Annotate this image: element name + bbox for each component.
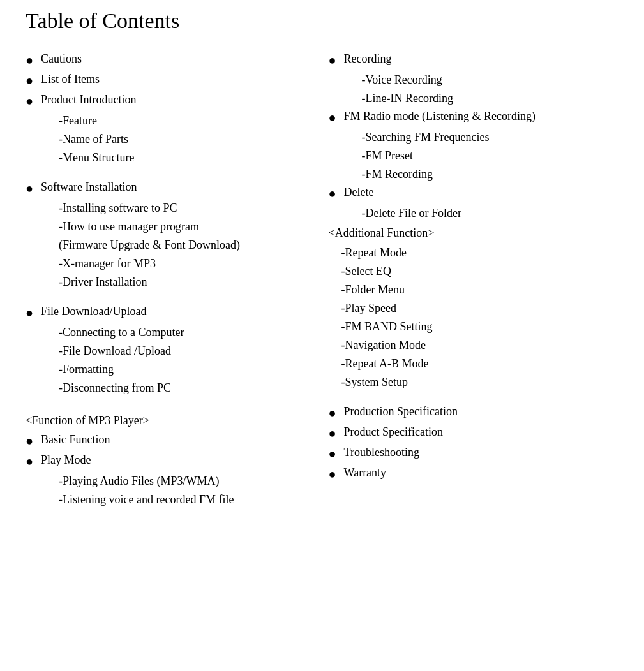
sub-item: -Feature (59, 112, 310, 129)
sub-item: -Playing Audio Files (MP3/WMA) (59, 473, 310, 490)
sub-item: -File Download /Upload (59, 343, 310, 360)
sub-item: -Repeat Mode (341, 244, 619, 262)
bullet-dot: ● (329, 108, 336, 126)
page-title: Table of Contents (26, 9, 618, 33)
list-item: ● Play Mode (26, 452, 310, 470)
list-item: ● Production Specification (329, 404, 619, 422)
list-item: ● File Download/Upload (26, 304, 310, 321)
bullet-dot: ● (329, 445, 336, 462)
item-label: List of Items (41, 71, 100, 87)
sub-item: -Connecting to a Computer (59, 324, 310, 341)
item-label: Production Specification (344, 404, 458, 420)
bullet-dot: ● (26, 432, 33, 450)
bullet-dot: ● (26, 452, 33, 470)
bullet-dot: ● (329, 51, 336, 69)
sub-item: -Menu Structure (59, 149, 310, 166)
list-item: ● Cautions (26, 51, 310, 69)
list-item: ● List of Items (26, 71, 310, 89)
sub-item: -Navigation Mode (341, 337, 619, 354)
sub-item: -Select EQ (341, 263, 619, 280)
item-label: Warranty (344, 465, 387, 481)
sub-item: -Folder Menu (341, 281, 619, 299)
bullet-dot: ● (329, 404, 336, 422)
bullet-dot: ● (329, 424, 336, 442)
list-item: ● Product Specification (329, 424, 619, 442)
bullet-dot: ● (329, 465, 336, 483)
bullet-dot: ● (26, 51, 33, 69)
item-label: Basic Function (41, 432, 110, 448)
sub-item: -Formatting (59, 361, 310, 378)
item-label: File Download/Upload (41, 304, 146, 320)
sub-item: -Driver Installation (59, 274, 310, 291)
item-label: Software Installation (41, 179, 137, 195)
item-label: Cautions (41, 51, 82, 67)
item-label: Troubleshooting (344, 445, 419, 461)
item-label: FM Radio mode (Listening & Recording) (344, 108, 535, 124)
sub-item: -FM Preset (362, 147, 619, 165)
sub-item: -Voice Recording (362, 71, 619, 89)
list-item: ● Warranty (329, 465, 619, 483)
sub-item: -FM Recording (362, 166, 619, 183)
sub-item: -X-manager for MP3 (59, 255, 310, 272)
right-column: ● Recording -Voice Recording -Line-IN Re… (322, 51, 619, 485)
sub-item: -How to use manager program (59, 218, 310, 235)
sub-item: -Play Speed (341, 300, 619, 317)
list-item: ● Software Installation (26, 179, 310, 197)
bullet-dot: ● (329, 184, 336, 202)
sub-item: -Repeat A-B Mode (341, 355, 619, 372)
sub-item: -Disconnecting from PC (59, 380, 310, 397)
sub-item: -Delete File or Folder (362, 205, 619, 222)
bullet-dot: ● (26, 179, 33, 197)
toc-layout: ● Cautions ● List of Items ● Product Int… (26, 51, 618, 510)
item-label: Recording (344, 51, 392, 67)
list-item: ● Recording (329, 51, 619, 69)
sub-item: -Listening voice and recorded FM file (59, 491, 310, 508)
list-item: ● FM Radio mode (Listening & Recording) (329, 108, 619, 126)
item-label: Product Specification (344, 424, 443, 440)
list-item: ● Delete (329, 184, 619, 202)
bullet-dot: ● (26, 71, 33, 89)
sub-item: (Firmware Upgrade & Font Download) (59, 237, 310, 254)
sub-item: -Installing software to PC (59, 200, 310, 217)
list-item: ● Basic Function (26, 432, 310, 450)
list-item: ● Troubleshooting (329, 445, 619, 462)
bullet-dot: ● (26, 304, 33, 321)
item-label: Product Introduction (41, 92, 136, 108)
sub-item: -Name of Parts (59, 131, 310, 148)
sub-item: -System Setup (341, 374, 619, 391)
section-label: <Additional Function> (329, 225, 619, 242)
left-column: ● Cautions ● List of Items ● Product Int… (26, 51, 322, 510)
sub-item: -Line-IN Recording (362, 90, 619, 107)
section-label: <Function of MP3 Player> (26, 412, 310, 429)
item-label: Play Mode (41, 452, 91, 468)
sub-item: -FM BAND Setting (341, 318, 619, 336)
bullet-dot: ● (26, 92, 33, 110)
item-label: Delete (344, 184, 374, 200)
sub-item: -Searching FM Frequencies (362, 129, 619, 146)
list-item: ● Product Introduction (26, 92, 310, 110)
